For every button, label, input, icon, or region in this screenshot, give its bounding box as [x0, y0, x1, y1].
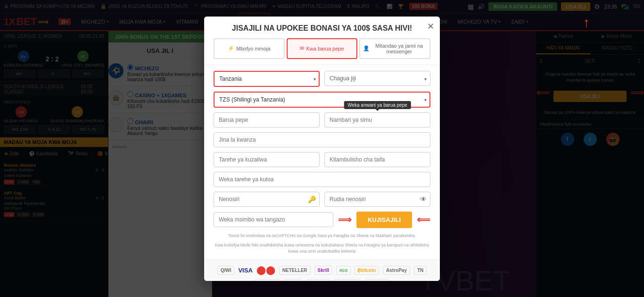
- confirm-password-group: 👁: [324, 192, 430, 207]
- promo-register-row: ⟹ KUJISAJILI ⟸: [214, 212, 430, 228]
- date-out-input[interactable]: [214, 172, 430, 187]
- confirm-password-input[interactable]: [324, 192, 430, 207]
- qiwi-logo: QIWI: [217, 266, 235, 275]
- modal-title: JISAJILI NA UPOKEE BONASI YA 100$ SASA H…: [214, 24, 430, 33]
- date-out-row: [214, 172, 430, 187]
- tab-mitandao[interactable]: 👤 Mitandao ya jamii na messenger: [359, 38, 430, 59]
- tab-mbofyo[interactable]: ⚡ Mbofyo mmoja: [214, 38, 285, 59]
- skrill-logo: Skrill: [314, 266, 332, 275]
- city-group: Chagua jiji ▾: [324, 71, 430, 87]
- dob-nid-row: [214, 152, 430, 167]
- email-group: [214, 112, 320, 127]
- dob-group: [214, 152, 320, 167]
- promo-arrow-icon: ⟹: [338, 214, 352, 225]
- bitcoin-logo: ₿bitcoin: [355, 266, 379, 275]
- modal-header: JISAJILI NA UPOKEE BONASI YA 100$ SASA H…: [204, 17, 440, 65]
- visa-logo: VISA: [238, 267, 252, 274]
- password-group: 🔑: [214, 192, 320, 207]
- password-input[interactable]: [214, 192, 320, 207]
- modal-tabs: ⚡ Mbofyo mmoja ✉ Kwa barua pepe 👤 Mitand…: [214, 38, 430, 59]
- promo-code-input[interactable]: [214, 212, 333, 227]
- registration-modal: JISAJILI NA UPOKEE BONASI YA 100$ SASA H…: [204, 17, 440, 281]
- firstname-input[interactable]: [214, 132, 430, 147]
- neteller-logo: NETELLER: [279, 266, 311, 275]
- sticpay-logo: STICPAY: [334, 279, 361, 280]
- country-select[interactable]: Tanzania: [214, 71, 320, 87]
- phone-input[interactable]: [324, 112, 430, 127]
- lightning-icon: ⚡: [228, 45, 234, 51]
- email-phone-row: Weka anwani ya barua pepe: [214, 112, 430, 127]
- firstname-group: [214, 132, 430, 147]
- email-icon: ✉: [300, 45, 304, 51]
- eye-icon[interactable]: 🔑: [308, 195, 316, 203]
- epay-logo: ePAY: [284, 279, 302, 280]
- mastercard-logo: ⬤⬤: [256, 265, 275, 275]
- eco-logo: eco: [336, 266, 351, 275]
- national-id-group: [324, 152, 430, 167]
- payeer-logo: PAYEER: [255, 279, 280, 280]
- tn-logo: TN: [414, 266, 427, 275]
- country-group: Tanzania ▾: [214, 71, 320, 87]
- dob-input[interactable]: [214, 152, 320, 167]
- register-arrow-icon: ⟸: [417, 214, 430, 225]
- modal-overlay: JISAJILI NA UPOKEE BONASI YA 100$ SASA H…: [0, 0, 644, 297]
- flexepin-logo: flexepin: [364, 279, 389, 280]
- phone-group: Weka anwani ya barua pepe: [324, 112, 430, 127]
- payment-logos: QIWI VISA ⬤⬤ NETELLER Skrill eco ₿bitcoi…: [204, 260, 440, 280]
- people-icon: 👤: [363, 45, 370, 51]
- neosurf-logo: Neosurf: [306, 279, 330, 280]
- astropay-logo: AstroPay: [383, 266, 410, 275]
- city-select[interactable]: Chagua jiji: [324, 71, 430, 86]
- national-id-input[interactable]: [324, 152, 430, 167]
- kujisajili-button[interactable]: KUJISAJILI: [356, 212, 412, 228]
- password-row: 🔑 👁: [214, 192, 430, 207]
- country-city-row: Tanzania ▾ Chagua jiji ▾: [214, 71, 430, 87]
- date-out-group: [214, 172, 430, 187]
- email-input[interactable]: [214, 112, 320, 127]
- modal-close-button[interactable]: ✕: [427, 21, 434, 32]
- modal-body: Tanzania ▾ Chagua jiji ▾ TZS (Shilingi y…: [204, 65, 440, 260]
- email-tooltip: Weka anwani ya barua pepe: [344, 101, 411, 109]
- captcha-text: Tovuti hii imelindwa na reCAPTCHA na Goo…: [214, 233, 430, 239]
- tab-barua-pepe[interactable]: ✉ Kwa barua pepe: [287, 38, 358, 59]
- terms-text: Kwa kubofya kitufe hiki unathibitisha ku…: [214, 242, 430, 254]
- firstname-row: [214, 132, 430, 147]
- eye-show-icon[interactable]: 👁: [420, 195, 427, 203]
